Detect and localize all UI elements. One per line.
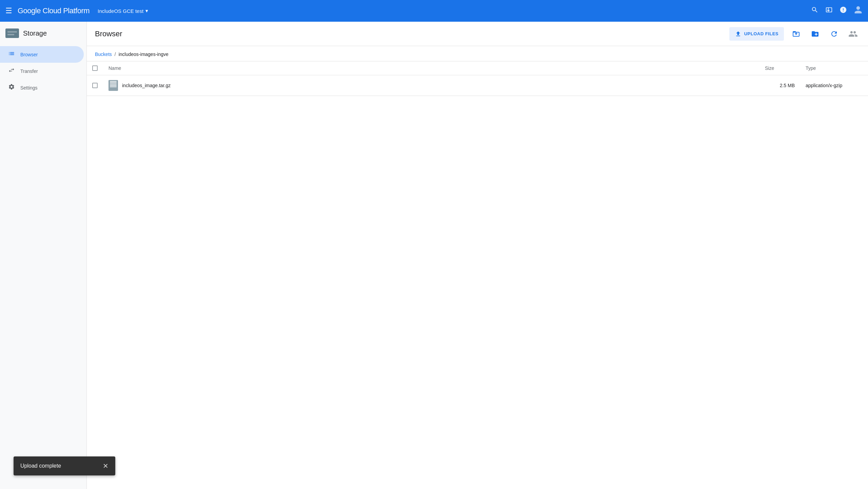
sidebar-nav: Browser Transfer Settings [0, 46, 86, 96]
column-header-type: Type [800, 61, 868, 75]
toast-close-button[interactable]: ✕ [103, 462, 108, 470]
file-name-link[interactable]: includeos_image.tar.gz [122, 83, 171, 88]
menu-icon[interactable]: ☰ [5, 7, 12, 15]
select-all-checkbox[interactable] [92, 65, 98, 71]
create-folder-button[interactable] [808, 27, 822, 41]
nav-right-icons [811, 5, 863, 16]
file-table: Name Size Type includeos_image.tar [87, 61, 868, 96]
breadcrumb-separator: / [115, 52, 116, 57]
app-title: Google Cloud Platform [18, 6, 90, 15]
project-dropdown-icon: ▾ [145, 8, 148, 14]
project-name: IncludeOS GCE test [98, 8, 143, 14]
storage-icon [5, 28, 19, 38]
main-content: Browser UPLOAD FILES Buckets / includeos… [87, 22, 868, 489]
terminal-icon[interactable] [825, 6, 833, 16]
breadcrumb: Buckets / includeos-images-ingve [87, 46, 868, 61]
upload-files-label: UPLOAD FILES [744, 31, 778, 36]
app-body: Storage Browser Transfer Settings [0, 22, 868, 489]
upload-files-button[interactable]: UPLOAD FILES [729, 27, 784, 41]
sidebar-title: Storage [23, 30, 47, 37]
permissions-button[interactable] [846, 27, 860, 41]
file-type-icon [108, 80, 118, 91]
sidebar-item-browser[interactable]: Browser [0, 46, 84, 63]
table-row: includeos_image.tar.gz 2.5 MB applicatio… [87, 75, 868, 96]
file-type: application/x-gzip [800, 75, 868, 96]
upload-toast: Upload complete ✕ [14, 456, 115, 475]
content-header: Browser UPLOAD FILES [87, 22, 868, 46]
browser-icon [8, 50, 15, 59]
sidebar-settings-label: Settings [20, 85, 38, 91]
breadcrumb-current: includeos-images-ingve [119, 52, 169, 57]
file-size: 2.5 MB [760, 75, 800, 96]
table-header-row: Name Size Type [87, 61, 868, 75]
notification-icon[interactable] [840, 6, 847, 16]
toast-message: Upload complete [20, 463, 61, 469]
search-icon[interactable] [811, 6, 818, 16]
page-title: Browser [95, 30, 122, 38]
sidebar-transfer-label: Transfer [20, 69, 38, 74]
refresh-button[interactable] [827, 27, 841, 41]
settings-icon [8, 83, 15, 92]
column-header-size: Size [760, 61, 800, 75]
sidebar-header: Storage [0, 22, 86, 43]
file-table-container: Name Size Type includeos_image.tar [87, 61, 868, 489]
upload-folder-button[interactable] [789, 27, 803, 41]
sidebar-item-transfer[interactable]: Transfer [0, 63, 84, 79]
sidebar-item-settings[interactable]: Settings [0, 79, 84, 96]
top-navigation: ☰ Google Cloud Platform IncludeOS GCE te… [0, 0, 868, 22]
project-selector[interactable]: IncludeOS GCE test ▾ [98, 8, 148, 14]
account-icon[interactable] [854, 5, 863, 16]
breadcrumb-buckets-link[interactable]: Buckets [95, 52, 112, 57]
column-header-name: Name [103, 61, 760, 75]
sidebar-browser-label: Browser [20, 52, 38, 57]
file-name-cell: includeos_image.tar.gz [108, 80, 754, 91]
sidebar: Storage Browser Transfer Settings [0, 22, 87, 489]
transfer-icon [8, 67, 15, 75]
row-checkbox[interactable] [92, 83, 98, 88]
